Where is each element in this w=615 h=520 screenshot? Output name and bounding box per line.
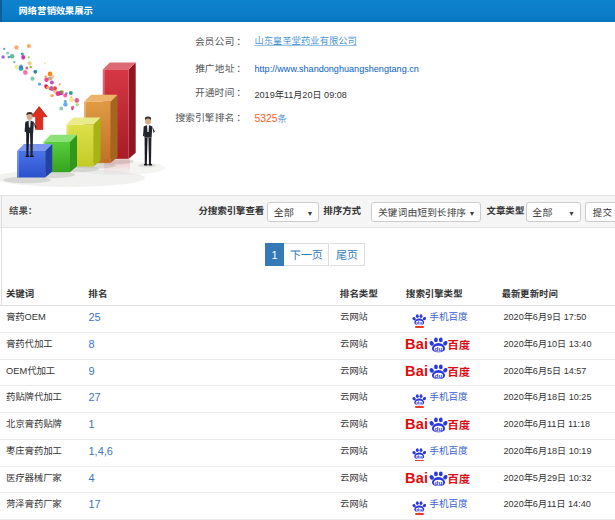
svg-text:du: du (416, 507, 422, 512)
svg-text:du: du (434, 345, 442, 352)
svg-text:du: du (416, 400, 422, 405)
svg-text:du: du (434, 479, 442, 486)
svg-text:du: du (434, 425, 442, 432)
svg-text:du: du (416, 454, 422, 459)
svg-text:du: du (434, 372, 442, 379)
svg-text:du: du (416, 320, 422, 325)
